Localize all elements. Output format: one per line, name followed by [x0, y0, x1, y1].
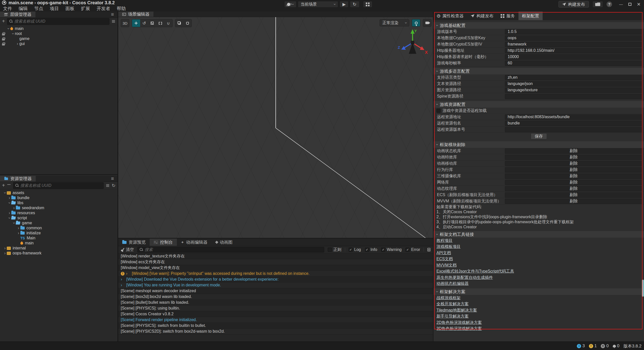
section-header-resources[interactable]: 游戏资源配置: [433, 101, 644, 108]
console-log-row[interactable]: [Window] Download the Vue Devtools exten…: [118, 277, 433, 282]
console-search-input[interactable]: [145, 247, 322, 252]
restart-button[interactable]: [350, 1, 359, 8]
section-header-solutions[interactable]: 框架解决方案: [433, 288, 644, 295]
save-button[interactable]: 保存: [531, 133, 547, 139]
remove-module-button[interactable]: 剔除: [505, 199, 642, 204]
tree-row[interactable]: gui: [0, 41, 117, 46]
console-log-row[interactable]: [Scene] Forward render pipeline initiali…: [118, 317, 433, 323]
build-publish-button[interactable]: 构建发布: [558, 1, 589, 8]
dimension-toggle[interactable]: 3D: [121, 19, 129, 27]
console-clear-button[interactable]: 清空: [121, 247, 134, 252]
tree-chevron-icon[interactable]: [8, 201, 11, 205]
section-header-basic[interactable]: 游戏基础配置: [433, 22, 644, 29]
hierarchy-menu-button[interactable]: [107, 12, 117, 17]
tree-row[interactable]: libs: [0, 200, 117, 205]
solution-link[interactable]: Tiledmap地图解决方案: [436, 308, 477, 313]
solution-link[interactable]: 新手引导解决方案: [436, 314, 469, 319]
section-header-modules[interactable]: 框架模块剔除: [433, 141, 644, 148]
tree-row[interactable]: main: [0, 241, 117, 246]
move-tool-button[interactable]: [132, 19, 140, 27]
doc-link[interactable]: 游戏模板项目: [436, 244, 461, 249]
render-mode-select[interactable]: 正常渲染: [380, 19, 409, 26]
remove-module-button[interactable]: 剔除: [505, 180, 642, 185]
console-log-row[interactable]: [Window] You are running Vue in developm…: [118, 282, 433, 288]
log-filter-checkbox[interactable]: [349, 248, 353, 252]
play-button[interactable]: [340, 1, 348, 8]
tree-row[interactable]: seedrandom: [0, 205, 117, 210]
console-log-row[interactable]: [Scene] [PHYSICS]: switch from builtin t…: [118, 323, 433, 329]
section-header-language[interactable]: 游戏多语言配置: [433, 68, 644, 74]
log-file-button[interactable]: [427, 248, 430, 251]
console-tab[interactable]: 动画图: [212, 239, 237, 246]
solution-link[interactable]: 2D角色扮演游戏解决方案: [436, 320, 482, 325]
menu-item[interactable]: 编辑: [19, 6, 28, 12]
console-log-row[interactable]: [Scene] [bullet]:bullet wasm lib loaded.: [118, 300, 433, 305]
solution-link[interactable]: 战棋游戏框架: [436, 295, 461, 301]
lighting-toggle-button[interactable]: [412, 19, 420, 27]
tree-chevron-icon[interactable]: [3, 246, 7, 250]
3d-mode-button[interactable]: 3D: [121, 19, 129, 27]
refresh-icon[interactable]: [112, 183, 115, 188]
restore-button[interactable]: [628, 3, 631, 6]
tree-row[interactable]: script: [0, 215, 117, 221]
doc-link[interactable]: 动画状态机编辑器: [436, 281, 469, 286]
tree-row[interactable]: game: [0, 221, 117, 226]
remote-load-checkbox[interactable]: [436, 109, 440, 113]
inspector-tab[interactable]: 框架配置: [518, 12, 543, 20]
tree-chevron-icon[interactable]: [12, 206, 16, 210]
tree-chevron-icon[interactable]: [8, 211, 11, 215]
menu-item[interactable]: 开发者: [97, 6, 110, 12]
tree-row[interactable]: assets: [0, 190, 117, 195]
tree-row[interactable]: root: [0, 31, 117, 36]
tree-chevron-icon[interactable]: [17, 231, 20, 235]
tab-assets[interactable]: 资源管理器: [0, 176, 36, 182]
doc-link[interactable]: MVVM文档: [436, 263, 457, 268]
open-project-folder-button[interactable]: [592, 1, 603, 8]
remove-module-button[interactable]: 剔除: [505, 186, 642, 191]
log-filter[interactable]: Info: [365, 247, 377, 252]
console-log-row[interactable]: [Scene] [PHYSICS]: using builtin.: [118, 305, 433, 311]
tree-chevron-icon[interactable]: [17, 226, 20, 230]
menu-item[interactable]: 节点: [34, 6, 43, 12]
tree-chevron-icon[interactable]: [8, 216, 11, 220]
pivot-button[interactable]: [175, 19, 183, 27]
tree-row[interactable]: Main: [0, 236, 117, 241]
remove-module-button[interactable]: 剔除: [505, 161, 642, 166]
rotate-tool-button[interactable]: [140, 19, 148, 27]
tree-chevron-icon[interactable]: [8, 196, 11, 200]
assets-menu-button[interactable]: [107, 176, 117, 182]
solution-link[interactable]: 3D角色扮演游戏解决方案: [436, 326, 482, 331]
tree-row[interactable]: oops-framework: [0, 251, 117, 256]
tab-scene-editor[interactable]: 场景编辑器: [118, 12, 153, 17]
axis-gizmo[interactable]: Y X Z: [397, 28, 429, 58]
menu-item[interactable]: 项目: [50, 6, 59, 12]
filter-icon[interactable]: [111, 20, 115, 23]
solution-link[interactable]: 全栈开发解决方案: [436, 301, 469, 307]
log-filter[interactable]: Log: [349, 247, 361, 252]
tree-row[interactable]: initialize: [0, 231, 117, 236]
tree-row[interactable]: resources: [0, 210, 117, 215]
remove-module-button[interactable]: 剔除: [505, 148, 642, 154]
field-input[interactable]: zh,en: [505, 75, 642, 80]
status-info[interactable]: i 3: [577, 343, 585, 348]
console-log-row[interactable]: [Window] ecs文件夹存在: [118, 259, 433, 265]
camera-settings-button[interactable]: [423, 19, 431, 27]
field-input[interactable]: framework: [505, 42, 642, 47]
console-tab[interactable]: 资源预览: [118, 239, 150, 246]
remove-module-button[interactable]: 剔除: [505, 192, 642, 198]
remove-module-button[interactable]: 剔除: [505, 173, 642, 179]
field-input[interactable]: http://192.168.0.150/main/: [505, 48, 642, 53]
scale-tool-button[interactable]: [148, 19, 156, 27]
hierarchy-searchbox[interactable]: [7, 18, 109, 25]
field-input[interactable]: [505, 127, 642, 132]
field-input[interactable]: http://localhost:8083/assets/bundle: [505, 114, 642, 120]
console-tab[interactable]: 动画编辑器: [177, 239, 212, 246]
inspector-tab[interactable]: 属性检查器: [433, 12, 467, 20]
field-input[interactable]: [505, 94, 642, 99]
add-asset-button[interactable]: [2, 183, 5, 188]
field-input[interactable]: 60: [505, 61, 642, 66]
log-filter[interactable]: Error: [406, 247, 420, 252]
log-filter-checkbox[interactable]: [365, 248, 369, 252]
remove-module-button[interactable]: 剔除: [505, 167, 642, 172]
regex-filter[interactable]: 正则: [328, 247, 341, 252]
